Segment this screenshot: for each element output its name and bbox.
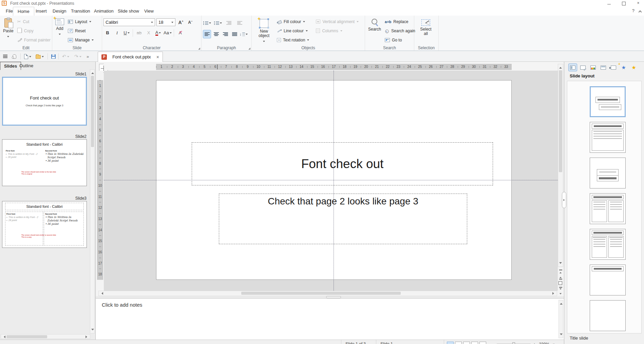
align-center-button[interactable] <box>212 30 220 38</box>
columns-button[interactable]: Columns <box>315 26 360 35</box>
search-again-button[interactable]: Search again <box>383 26 417 35</box>
slide1-thumbnail[interactable]: Font check out Check that page 2 looks l… <box>2 77 87 126</box>
paragraph-dialog-launcher[interactable] <box>248 48 250 50</box>
bullets-button[interactable] <box>203 19 211 27</box>
sidebar-colour-scheme-button[interactable] <box>589 64 598 71</box>
sidebar-design-button[interactable] <box>599 64 608 71</box>
title-placeholder[interactable]: Font check out <box>192 142 493 185</box>
notes-panel[interactable]: Click to add notes <box>96 298 564 340</box>
sidebar-transition-button[interactable] <box>609 64 618 71</box>
grow-font-button[interactable]: A+ <box>177 18 185 26</box>
new-document-button[interactable] <box>23 52 32 60</box>
align-left-button[interactable] <box>203 30 211 38</box>
zoom-slider-handle[interactable] <box>512 342 515 344</box>
decrease-indent-button[interactable] <box>235 19 244 27</box>
sidebar-object-animation-button[interactable]: ★+ <box>619 64 628 71</box>
copy-button[interactable]: Copy <box>16 26 52 35</box>
superscript-button[interactable]: X <box>145 29 153 37</box>
zoom-out-icon[interactable]: − <box>492 342 494 344</box>
font-name-select[interactable]: Calibri <box>103 18 155 26</box>
layout-thumb-two-content[interactable] <box>590 193 626 224</box>
layout-thumb-title-only[interactable] <box>590 265 626 295</box>
search-button[interactable]: Search <box>366 17 383 44</box>
justify-button[interactable] <box>230 30 239 38</box>
sidebar-slide-layout-button[interactable] <box>568 64 577 71</box>
zoom-in-icon[interactable]: + <box>533 342 536 344</box>
cut-button[interactable]: ✂ Cut <box>16 17 52 26</box>
line-colour-button[interactable]: Line colour <box>276 26 310 35</box>
character-dialog-launcher[interactable] <box>198 48 200 50</box>
slide-name-indicator[interactable]: Slide 1 <box>376 340 444 344</box>
vertical-alignment-button[interactable]: Vertical alignment <box>315 17 360 26</box>
paste-button[interactable]: Paste <box>1 17 15 44</box>
align-right-button[interactable] <box>221 30 229 38</box>
document-tab[interactable]: P Font check out.pptx × <box>98 52 163 62</box>
reset-button[interactable]: ↺ Reset <box>67 26 95 35</box>
layout-thumb-title-content[interactable] <box>590 122 626 153</box>
manage-button[interactable]: Manage <box>67 36 95 44</box>
italic-button[interactable]: I <box>113 29 121 37</box>
sidebar-slide-animation-button[interactable]: ★ <box>629 64 638 71</box>
layout-thumb-centered-text[interactable] <box>590 158 626 188</box>
minimize-button[interactable] <box>603 0 615 7</box>
strikethrough-button[interactable]: ab <box>135 29 143 37</box>
tab-slide-show[interactable]: Slide show <box>113 7 144 16</box>
slides-panel-vscrollbar[interactable] <box>90 69 95 333</box>
panel-collapse-handle[interactable] <box>562 192 566 208</box>
numbering-button[interactable] <box>214 19 222 27</box>
sidebar-toggle-button[interactable] <box>2 52 8 60</box>
tab-outline[interactable]: Outline <box>16 62 37 70</box>
layout-button[interactable]: Layout <box>67 17 95 26</box>
format-painter-button[interactable]: Format painter <box>16 36 52 44</box>
canvas-vscrollbar[interactable] <box>558 64 563 267</box>
font-color-button[interactable]: A <box>154 29 162 37</box>
replace-button[interactable]: a+b Replace <box>383 17 417 26</box>
layout-thumb-blank[interactable] <box>590 300 626 331</box>
canvas-hscrollbar[interactable] <box>98 291 557 296</box>
fill-colour-button[interactable]: Fill colour <box>276 17 310 26</box>
slideshow-view-button[interactable] <box>479 342 486 344</box>
close-button[interactable]: × <box>632 0 644 7</box>
save-button[interactable] <box>50 52 57 60</box>
browse-objects-button[interactable] <box>558 280 563 286</box>
document-close-icon[interactable]: × <box>156 55 159 59</box>
maximize-button[interactable] <box>618 0 629 7</box>
zoom-level[interactable]: 230% <box>539 342 550 344</box>
layout-thumb-title[interactable] <box>590 86 626 117</box>
line-spacing-button[interactable] <box>240 30 248 38</box>
slide-position-indicator[interactable]: Slide 1 of 3 <box>341 340 376 344</box>
underline-button[interactable]: U <box>122 29 131 37</box>
open-button[interactable] <box>35 52 45 60</box>
toolbar-overflow-button[interactable]: » <box>86 52 90 60</box>
first-slide-button[interactable] <box>558 269 563 274</box>
redo-button[interactable]: ↷ <box>73 52 82 60</box>
notes-vscrollbar[interactable] <box>558 300 563 338</box>
add-slide-button[interactable]: + Add <box>54 17 66 44</box>
help-icon[interactable]: ? <box>632 8 634 13</box>
change-case-button[interactable]: Aa <box>164 29 172 37</box>
text-rotation-button[interactable]: a Text rotation <box>276 36 310 44</box>
increase-indent-button[interactable] <box>225 19 233 27</box>
outline-view-button[interactable] <box>471 342 478 344</box>
slide3-thumbnail[interactable]: Standard font - Calibri First font This … <box>2 201 87 248</box>
previous-slide-button[interactable] <box>558 275 563 280</box>
subtitle-placeholder[interactable]: Check that page 2 looks like page 3 <box>219 194 467 244</box>
bold-button[interactable]: B <box>103 29 112 37</box>
layout-thumb-comparison[interactable] <box>590 229 626 260</box>
slide-sorter-view-button[interactable] <box>455 342 462 344</box>
sidebar-master-button[interactable] <box>579 64 587 71</box>
go-to-button[interactable]: Go to <box>383 36 417 44</box>
undo-button[interactable]: ↶ <box>61 52 70 60</box>
new-object-button[interactable]: + New object <box>253 17 275 44</box>
shrink-font-button[interactable]: A− <box>186 18 194 26</box>
tab-view[interactable]: View <box>140 7 158 16</box>
slides-panel-hscrollbar[interactable] <box>1 334 90 339</box>
collapse-ribbon-icon[interactable] <box>639 11 642 14</box>
select-all-button[interactable]: Select all <box>416 17 436 44</box>
slide2-thumbnail[interactable]: Standard font - Calibri First font This … <box>2 139 87 186</box>
touch-mode-button[interactable] <box>12 52 17 60</box>
notes-view-button[interactable] <box>463 342 470 344</box>
next-slide-button[interactable] <box>558 286 563 292</box>
statusbar-overflow-button[interactable]: » <box>553 342 555 344</box>
normal-view-button[interactable] <box>447 342 454 344</box>
